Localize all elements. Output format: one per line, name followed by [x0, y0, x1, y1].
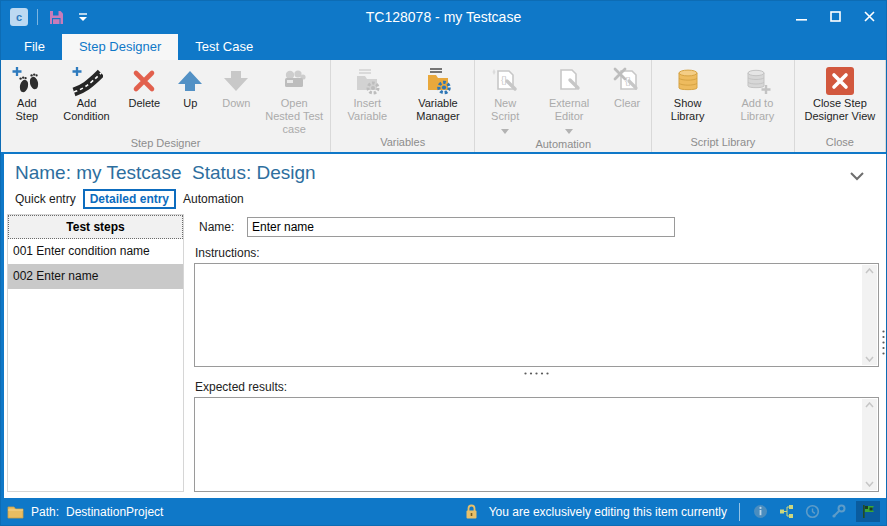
app-window: c TC128078 - my Testcase File Step Desig… [0, 0, 887, 526]
step-detail-form: Name: Instructions: Expected results: [194, 214, 879, 492]
vertical-splitter-handle[interactable] [882, 330, 885, 360]
add-condition-icon [71, 65, 103, 97]
open-nested-testcase-label: Open Nested Test case [262, 97, 326, 136]
delete-label: Delete [128, 97, 160, 110]
statusbar: Path: DestinationProject You are exclusi… [1, 498, 886, 525]
instructions-label: Instructions: [195, 246, 879, 260]
header-name-value: my Testcase [76, 162, 181, 183]
app-icon[interactable]: c [10, 8, 28, 26]
instructions-textarea[interactable] [195, 264, 861, 366]
add-step-button[interactable]: Add Step [2, 61, 52, 136]
history-icon[interactable] [804, 503, 821, 520]
statusbar-separator [739, 503, 740, 521]
path-label: Path: [31, 505, 59, 519]
checkin-flag-icon[interactable] [856, 501, 880, 522]
tools-icon[interactable] [830, 503, 847, 520]
new-script-dropdown-icon [501, 124, 509, 137]
close-step-designer-button[interactable]: Close Step Designer View [796, 61, 884, 135]
subtab-automation[interactable]: Automation [176, 189, 251, 209]
instructions-scrollbar[interactable] [862, 265, 877, 365]
down-arrow-icon [220, 65, 252, 97]
tab-test-case[interactable]: Test Case [178, 34, 270, 60]
insert-variable-label: Insert Variable [335, 97, 400, 123]
new-script-label: New Script [479, 97, 531, 123]
titlebar: c TC128078 - my Testcase [1, 1, 886, 32]
instructions-box [194, 263, 879, 367]
collapse-chevron-icon[interactable] [850, 167, 864, 185]
up-label: Up [183, 97, 197, 110]
quick-access-dropdown-icon[interactable] [78, 8, 88, 26]
test-steps-panel: Test steps 001 Enter condition name 002 … [7, 214, 184, 492]
step-name-label: Name: [199, 220, 247, 234]
down-label: Down [222, 97, 250, 110]
group-label-automation: Automation [476, 137, 650, 154]
scroll-down-icon [865, 356, 874, 362]
header-status-label: Status: [192, 162, 251, 183]
add-condition-label: Add Condition [55, 97, 119, 123]
add-to-library-label: Add to Library [725, 97, 790, 123]
show-library-icon [672, 65, 704, 97]
tab-file[interactable]: File [7, 34, 62, 60]
titlebar-separator [37, 9, 38, 25]
delete-icon [128, 65, 160, 97]
external-editor-dropdown-icon [565, 124, 573, 137]
header-name-label: Name: [15, 162, 71, 183]
show-library-button[interactable]: Show Library [653, 61, 722, 135]
up-arrow-icon [174, 65, 206, 97]
group-label-script-library: Script Library [653, 135, 793, 152]
add-step-icon [11, 65, 43, 97]
save-icon[interactable] [47, 8, 64, 25]
expected-results-textarea[interactable] [195, 398, 861, 491]
tab-step-designer[interactable]: Step Designer [62, 34, 178, 60]
close-step-designer-label: Close Step Designer View [799, 97, 881, 123]
ribbon-group-automation: {} New Script [475, 60, 652, 152]
ribbon-group-variables: Insert Variable Variable Manager Variabl… [331, 60, 475, 152]
window-title: TC128078 - my Testcase [1, 9, 886, 25]
add-condition-button[interactable]: Add Condition [52, 61, 122, 136]
insert-variable-button: Insert Variable [332, 61, 403, 135]
clear-script-button: {} Clear [604, 61, 650, 137]
ribbon-group-step-designer: Add Step Add Condition [1, 60, 331, 152]
expected-results-box [194, 397, 879, 492]
subtab-detailed-entry[interactable]: Detailed entry [83, 189, 176, 209]
add-step-label: Add Step [5, 97, 49, 123]
maximize-button[interactable] [818, 1, 852, 32]
add-to-library-button: Add to Library [722, 61, 793, 135]
info-icon[interactable] [752, 503, 769, 520]
ribbon-group-script-library: Show Library Add to Library Script Libra… [652, 60, 795, 152]
header-status-value: Design [257, 162, 316, 183]
clear-script-label: Clear [614, 97, 640, 110]
lock-icon [463, 503, 480, 520]
hierarchy-icon[interactable] [778, 503, 795, 520]
horizontal-splitter-handle[interactable] [194, 367, 879, 380]
testcase-header: Name: my Testcase Status: Design [1, 154, 886, 189]
external-editor-icon [553, 65, 585, 97]
ribbon: Add Step Add Condition [1, 60, 886, 154]
path-value: DestinationProject [66, 505, 163, 519]
close-step-designer-icon [824, 65, 856, 97]
up-button[interactable]: Up [167, 61, 213, 136]
exclusive-edit-message: You are exclusively editing this item cu… [489, 505, 727, 519]
group-label-close: Close [796, 135, 884, 152]
new-script-button: {} New Script [476, 61, 534, 137]
scroll-down-icon [865, 481, 874, 487]
content-area: Name: my Testcase Status: Design Quick e… [1, 154, 886, 498]
expected-results-scrollbar[interactable] [862, 399, 877, 490]
folder-icon [7, 503, 24, 520]
delete-button[interactable]: Delete [121, 61, 167, 136]
test-step-row-002[interactable]: 002 Enter name [8, 264, 183, 289]
close-button[interactable] [852, 1, 886, 32]
detailed-entry-panel: Test steps 001 Enter condition name 002 … [1, 212, 886, 498]
open-nested-testcase-icon [278, 65, 310, 97]
scroll-up-icon [865, 402, 874, 408]
show-library-label: Show Library [656, 97, 719, 123]
test-step-row-001[interactable]: 001 Enter condition name [8, 239, 183, 264]
variable-manager-label: Variable Manager [406, 97, 471, 123]
group-label-step-designer: Step Designer [2, 136, 329, 153]
insert-variable-icon [351, 65, 383, 97]
subtab-quick-entry[interactable]: Quick entry [8, 189, 83, 209]
step-name-input[interactable] [247, 217, 675, 237]
minimize-button[interactable] [784, 1, 818, 32]
open-nested-testcase-button: Open Nested Test case [259, 61, 329, 136]
variable-manager-button[interactable]: Variable Manager [403, 61, 474, 135]
